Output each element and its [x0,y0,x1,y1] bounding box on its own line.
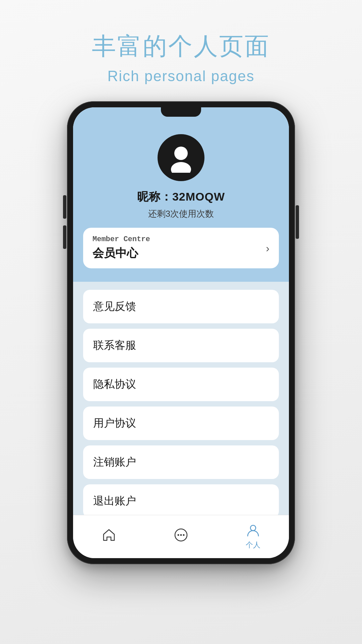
svg-point-4 [180,534,182,536]
menu-item-logout[interactable]: 退出账户 [83,484,279,515]
svg-point-5 [183,534,184,536]
menu-item-user-agreement[interactable]: 用户协议 [83,407,279,440]
profile-header: 昵称：32MOQW 还剩3次使用次数 Member Centre 会员中心 › [73,107,289,282]
nav-profile-label: 个人 [246,540,260,550]
member-centre-label-en: Member Centre [93,235,269,244]
bottom-nav: 个人 [73,515,289,558]
menu-item-contact[interactable]: 联系客服 [83,329,279,362]
more-icon [173,527,189,543]
menu-item-cancel-account[interactable]: 注销账户 [83,445,279,479]
phone-wrapper: 昵称：32MOQW 还剩3次使用次数 Member Centre 会员中心 › … [67,101,295,564]
member-centre-card[interactable]: Member Centre 会员中心 › [83,228,279,268]
page-title-cn: 丰富的个人页面 [92,30,270,62]
content-area: 意见反馈 联系客服 隐私协议 用户协议 注销账户 退出账户 [73,282,289,515]
page-title-en: Rich personal pages [92,68,270,85]
profile-icon [245,522,261,538]
chevron-right-icon: › [266,242,269,254]
nav-item-home[interactable] [89,527,129,545]
menu-item-feedback[interactable]: 意见反馈 [83,290,279,323]
menu-item-privacy[interactable]: 隐私协议 [83,368,279,401]
home-icon [101,527,117,543]
page-header: 丰富的个人页面 Rich personal pages [92,30,270,85]
vol-down-button [63,225,66,249]
usage-remaining: 还剩3次使用次数 [148,208,214,220]
svg-point-0 [174,147,188,160]
svg-point-6 [250,525,256,531]
power-button [296,205,299,239]
member-centre-label-cn: 会员中心 [93,246,269,261]
avatar-icon [166,143,196,173]
nickname-label: 昵称： [137,190,172,203]
svg-point-3 [177,534,179,536]
phone-screen: 昵称：32MOQW 还剩3次使用次数 Member Centre 会员中心 › … [73,107,289,558]
svg-point-1 [171,162,191,173]
phone-notch [161,107,201,117]
nav-item-more[interactable] [161,527,201,545]
nickname-display: 昵称：32MOQW [137,189,225,205]
nickname-value: 32MOQW [172,190,225,203]
vol-up-button [63,195,66,219]
nav-item-profile[interactable]: 个人 [233,522,273,550]
avatar [158,134,204,181]
